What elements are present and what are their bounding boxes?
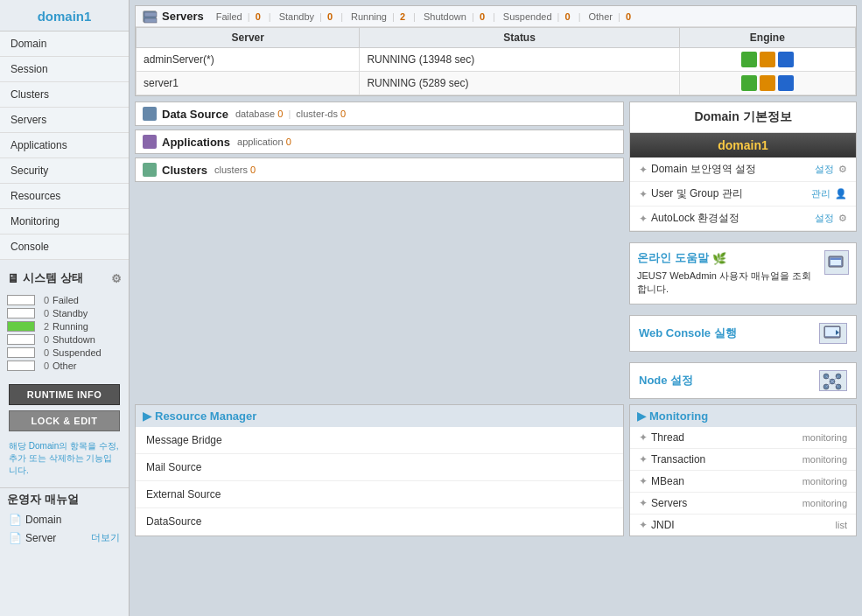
resource-item-label-2: External Source xyxy=(146,488,221,500)
server-engine-1 xyxy=(679,72,855,95)
clusters-icon xyxy=(143,163,157,177)
servers-title: Servers xyxy=(162,10,204,23)
resource-item-2[interactable]: External Source xyxy=(136,481,623,508)
sidebar-item-security[interactable]: Security xyxy=(0,158,129,184)
monitoring-row-2: ✦ MBean monitoring xyxy=(630,471,856,493)
manual-domain-link[interactable]: 📄 Domain xyxy=(0,511,129,528)
monitoring-panel: ▶ Monitoring ✦ Thread monitoring ✦ Trans… xyxy=(629,404,857,536)
domain-info-title: Domain 기본정보 xyxy=(630,102,856,133)
more-link[interactable]: 더보기 xyxy=(91,531,120,544)
node-settings-icon xyxy=(819,370,847,391)
jndi-label: JNDI xyxy=(651,519,836,531)
sidebar-item-resources[interactable]: Resources xyxy=(0,184,129,209)
applications-title[interactable]: Applications xyxy=(162,136,230,149)
transaction-action[interactable]: monitoring xyxy=(802,454,847,465)
running-stat-label: Running xyxy=(351,11,387,22)
autolock-label: AutoLock 환경설정 xyxy=(651,211,815,226)
manual-section: 운영자 매뉴얼 xyxy=(0,487,129,511)
engine-icon-orange-1[interactable] xyxy=(760,75,775,91)
person-icon: 👤 xyxy=(835,188,847,200)
right-info: Domain 기본정보 domain1 ✦ Domain 보안영역 설정 설정 … xyxy=(629,102,857,399)
engine-icon-orange[interactable] xyxy=(760,52,775,67)
sidebar-item-monitoring[interactable]: Monitoring xyxy=(0,209,129,234)
settings-icon[interactable]: ⚙ xyxy=(111,272,122,285)
standby-stat: Standby | 0 xyxy=(279,11,333,22)
domain-info-panel: Domain 기본정보 domain1 ✦ Domain 보안영역 설정 설정 … xyxy=(629,102,857,232)
node-settings-row[interactable]: Node 설정 xyxy=(629,362,857,399)
db-num: 0 xyxy=(277,108,283,119)
cluster-label: cluster-ds xyxy=(296,108,338,119)
lock-edit-button[interactable]: LOCK & EDIT xyxy=(9,410,120,431)
domain-name-bar: domain1 xyxy=(630,133,856,158)
domain-info-rows: ✦ Domain 보안영역 설정 설정 ⚙ ✦ User 및 Group 관리 … xyxy=(630,158,856,231)
datasource-title[interactable]: Data Source xyxy=(162,108,228,121)
security-row: ✦ Domain 보안영역 설정 설정 ⚙ xyxy=(630,158,856,182)
help-text: JEUS7 WebAdmin 사용자 매뉴얼을 조회합니다. xyxy=(637,270,819,297)
jndi-action[interactable]: list xyxy=(836,520,847,530)
server-name-1[interactable]: server1 xyxy=(137,72,360,95)
mbean-action[interactable]: monitoring xyxy=(802,476,847,486)
servers-stats: Failed | 0 | Standby | 0 | Running | 2 | xyxy=(216,11,631,22)
running-label: Running xyxy=(53,321,88,332)
manual-server-label: Server xyxy=(25,532,56,544)
sidebar-item-servers[interactable]: Servers xyxy=(0,108,129,133)
triangle-icon: ▶ xyxy=(143,410,151,423)
table-row: server1 RUNNING (5289 sec) xyxy=(137,72,856,95)
resource-manager-header[interactable]: ▶ Resource Manager xyxy=(136,405,623,427)
other-label: Other xyxy=(53,360,77,371)
sidebar-item-clusters[interactable]: Clusters xyxy=(0,82,129,108)
manual-section-label: 운영자 매뉴얼 xyxy=(7,493,79,506)
applications-panel: Applications application 0 xyxy=(135,130,624,154)
user-group-action[interactable]: 관리 👤 xyxy=(811,187,847,200)
cross-icon-4: ✦ xyxy=(639,519,648,531)
engine-icon-green[interactable] xyxy=(741,52,757,67)
resource-item-0[interactable]: Message Bridge xyxy=(136,427,623,454)
engine-icon-blue-1[interactable] xyxy=(778,75,794,91)
suspended-count: 0 xyxy=(39,347,49,358)
resource-item-label-0: Message Bridge xyxy=(146,434,222,446)
thread-action[interactable]: monitoring xyxy=(802,432,847,443)
shutdown-stat-num: 0 xyxy=(480,11,485,22)
manual-domain-label: Domain xyxy=(25,514,61,526)
engine-icon-blue[interactable] xyxy=(778,52,794,67)
web-console-row[interactable]: Web Console 실행 xyxy=(629,315,857,352)
monitoring-title: Monitoring xyxy=(649,410,708,423)
server-name-0[interactable]: adminServer(*) xyxy=(137,48,360,72)
applications-icon xyxy=(143,135,157,149)
transaction-label: Transaction xyxy=(651,453,802,466)
shutdown-label: Shutdown xyxy=(53,334,95,345)
resource-item-1[interactable]: Mail Source xyxy=(136,454,623,481)
resource-item-3[interactable]: DataSource xyxy=(136,508,623,535)
failed-bar xyxy=(7,295,35,305)
engine-icon-green-1[interactable] xyxy=(741,75,757,91)
sidebar-item-console[interactable]: Console xyxy=(0,234,129,260)
col-status: Status xyxy=(360,28,679,48)
monitoring-row-4: ✦ JNDI list xyxy=(630,514,856,536)
suspended-stat: Suspended | 0 xyxy=(503,11,571,22)
security-action[interactable]: 설정 ⚙ xyxy=(815,163,847,176)
clusters-title[interactable]: Clusters xyxy=(162,164,207,177)
system-status-section: 🖥 시스템 상태 ⚙ xyxy=(0,267,129,290)
suspended-stat-label: Suspended xyxy=(503,11,552,22)
suspended-label: Suspended xyxy=(53,347,102,358)
failed-stat: Failed | 0 xyxy=(216,11,261,22)
clusters-panel: Clusters clusters 0 xyxy=(135,158,624,182)
cross-icon-1: ✦ xyxy=(639,453,648,466)
shutdown-bar xyxy=(7,334,35,345)
standby-bar-row: 0 Standby xyxy=(7,308,122,318)
standby-stat-label: Standby xyxy=(279,11,314,22)
servers-monitoring-action[interactable]: monitoring xyxy=(802,498,847,508)
help-icon-button[interactable] xyxy=(824,250,849,275)
sidebar-item-session[interactable]: Session xyxy=(0,57,129,82)
runtime-info-button[interactable]: RUNTIME INFO xyxy=(9,384,120,405)
autolock-action[interactable]: 설정 ⚙ xyxy=(815,212,847,225)
suspended-bar-row: 0 Suspended xyxy=(7,347,122,358)
sidebar-item-domain[interactable]: Domain xyxy=(0,32,129,57)
cluster-num: 0 xyxy=(340,108,346,119)
clusters-num: 0 xyxy=(250,164,256,175)
system-status-label: 시스템 상태 xyxy=(23,270,83,286)
small-panels: Data Source database 0 | cluster-ds 0 Ap… xyxy=(135,102,624,399)
server-engine-0 xyxy=(679,48,855,72)
sidebar-item-applications[interactable]: Applications xyxy=(0,133,129,158)
manual-server-link[interactable]: 📄 Server 더보기 xyxy=(0,528,129,547)
